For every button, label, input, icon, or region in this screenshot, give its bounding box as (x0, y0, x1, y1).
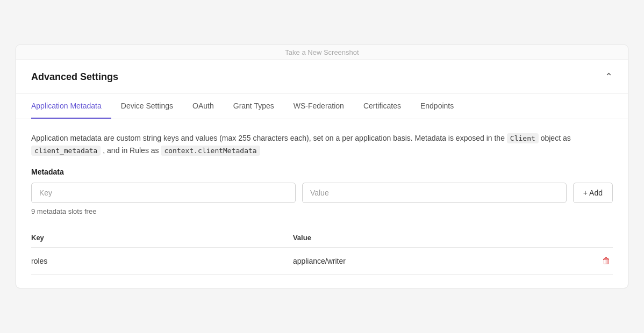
banner-text: Take a New Screenshot (285, 48, 359, 56)
desc-text-middle2: , and in Rules as (103, 146, 161, 155)
desc-code-client: Client (507, 133, 539, 143)
advanced-settings-panel: Take a New Screenshot Advanced Settings … (16, 45, 628, 288)
desc-code-context: context.clientMetadata (161, 146, 260, 156)
tabs-nav: Application Metadata Device Settings OAu… (16, 94, 628, 119)
desc-text-middle1: object as (541, 134, 571, 142)
column-header-key: Key (31, 228, 293, 248)
description-text: Application metadata are custom string k… (31, 132, 613, 157)
column-header-action (584, 228, 613, 248)
desc-text-before: Application metadata are custom string k… (31, 134, 507, 142)
metadata-input-row: + Add (31, 183, 613, 203)
table-row: roles appliance/writer 🗑 (31, 247, 613, 274)
value-input[interactable] (302, 183, 567, 203)
section-title: Advanced Settings (31, 71, 118, 83)
column-header-value: Value (293, 228, 584, 248)
collapse-icon[interactable]: ⌃ (605, 71, 613, 83)
row-key: roles (31, 247, 293, 274)
tab-ws-federation[interactable]: WS-Federation (284, 94, 354, 119)
tab-endpoints[interactable]: Endpoints (411, 94, 463, 119)
metadata-section-label: Metadata (31, 168, 613, 176)
section-header: Advanced Settings ⌃ (16, 60, 628, 94)
row-action: 🗑 (584, 247, 613, 274)
tab-application-metadata[interactable]: Application Metadata (31, 94, 111, 119)
row-value: appliance/writer (293, 247, 584, 274)
tab-oauth[interactable]: OAuth (183, 94, 224, 119)
key-input[interactable] (31, 183, 296, 203)
delete-row-icon[interactable]: 🗑 (600, 254, 613, 267)
desc-code-client-metadata: client_metadata (31, 146, 101, 156)
table-header-row: Key Value (31, 228, 613, 248)
tab-certificates[interactable]: Certificates (354, 94, 411, 119)
top-banner: Take a New Screenshot (16, 45, 628, 60)
add-metadata-button[interactable]: + Add (573, 183, 613, 203)
tab-grant-types[interactable]: Grant Types (224, 94, 284, 119)
tab-content: Application metadata are custom string k… (16, 119, 628, 288)
tab-device-settings[interactable]: Device Settings (111, 94, 183, 119)
add-button-label: + Add (583, 189, 603, 197)
metadata-table: Key Value roles appliance/writer 🗑 (31, 228, 613, 275)
slots-free-text: 9 metadata slots free (31, 207, 613, 215)
